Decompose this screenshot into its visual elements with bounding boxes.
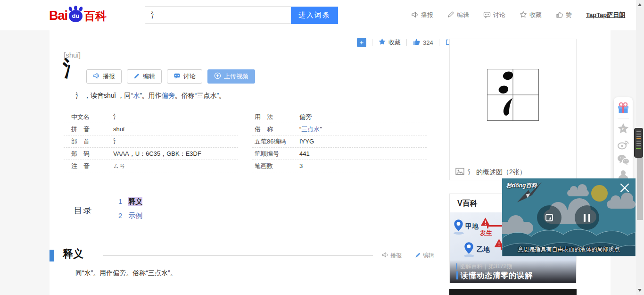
enter-entry-button[interactable]: 进入词条	[291, 7, 338, 24]
toc-item-shili[interactable]: 2示例	[118, 211, 142, 220]
star-filled-icon	[378, 38, 386, 47]
section-tools: 播报 编辑	[382, 252, 434, 260]
play-entry-label: 播报	[103, 72, 115, 81]
infobox-left-column: 中文名氵 拼 音shuǐ 部 首氵 郑 码VAAA，U：6C35，GBK：E3D…	[64, 111, 238, 172]
header-like[interactable]: 赞	[556, 11, 572, 20]
infobox-value: 3	[299, 162, 303, 169]
play-entry-button[interactable]: 播报	[86, 69, 122, 84]
qzone-icon[interactable]: z	[617, 123, 629, 135]
infobox-row: 郑 码VAAA，U：6C35，GBK：E3DF	[64, 148, 238, 160]
close-icon[interactable]	[619, 183, 630, 193]
upload-video-button[interactable]: 上传视频	[207, 69, 255, 84]
infobox-value: 偏旁	[299, 113, 312, 121]
pin-shadow	[464, 254, 474, 257]
overview-caption-text: 氵 的概述图（2张）	[468, 168, 526, 177]
infobox-label: 郑 码	[71, 150, 113, 158]
infobox-value: 441	[299, 150, 310, 157]
event-label: 发生	[480, 229, 492, 237]
overview-caption-link[interactable]: 氵 的概述图（2张）	[455, 168, 526, 177]
infobox-label: 拼 音	[71, 125, 113, 134]
edit-entry-button[interactable]: 编辑	[127, 69, 162, 84]
infobox-row: 用 法偏旁	[252, 111, 427, 123]
section-title: 释义	[63, 247, 83, 261]
cloud-illustration	[607, 200, 636, 209]
section-edit-label: 编辑	[423, 252, 434, 260]
header-broadcast-label: 播报	[421, 11, 433, 19]
pencil-filled-icon	[133, 73, 140, 81]
divider	[439, 39, 439, 46]
header-broadcast[interactable]: 播报	[411, 11, 433, 20]
infobox-value: 氵	[113, 137, 119, 146]
header-discuss[interactable]: 讨论	[483, 11, 505, 20]
like-count: 324	[423, 39, 433, 46]
infobox-label: 五笔86编码	[255, 137, 299, 146]
sun-illustration	[591, 185, 608, 202]
favorite-label: 收藏	[388, 38, 401, 47]
divider	[406, 39, 407, 46]
pin-shadow	[454, 232, 464, 235]
stroke-grid-image[interactable]	[487, 69, 539, 123]
scroll-up-arrow[interactable]	[638, 3, 642, 6]
pencil-icon	[447, 11, 454, 19]
infobox-label: 中文名	[71, 113, 113, 121]
infobox-value: VAAA，U：6C35，GBK：E3DF	[113, 150, 201, 158]
upload-video-label: 上传视频	[224, 72, 248, 81]
scroll-position-marker[interactable]	[634, 128, 643, 158]
divider	[618, 118, 629, 118]
like-button[interactable]: 324	[413, 38, 433, 47]
wechat-icon[interactable]	[617, 154, 630, 165]
infobox-row: 中文名氵	[64, 111, 238, 123]
shui-link[interactable]: 水	[133, 92, 140, 99]
section-edit-button[interactable]: 编辑	[415, 252, 434, 260]
user-link[interactable]: TapTap萨日朗	[586, 11, 625, 19]
overview-image-box: 氵 的概述图（2张）	[449, 39, 577, 180]
infobox-right-column: 用 法偏旁 俗 称“三点水” 五笔86编码IYYG 笔顺编号441 笔画数3	[252, 111, 427, 172]
speaker-icon	[411, 11, 419, 20]
pianpang-link[interactable]: 偏旁	[162, 92, 175, 99]
comment-filled-icon	[173, 72, 181, 81]
theater-mode-button[interactable]	[537, 205, 561, 230]
infobox-value: IYYG	[299, 138, 314, 145]
toc-item-number: 2	[118, 211, 122, 220]
header-favorite[interactable]: 收藏	[520, 11, 542, 20]
share-rail: z	[614, 97, 633, 187]
entry-buttons: 播报 编辑 讨论 上传视频	[86, 69, 255, 84]
infobox-row: 俗 称“三点水”	[252, 123, 427, 135]
page: Bai du 百科 进入词条 播报 编辑 讨论 收藏	[0, 0, 644, 295]
summary-text: 。俗称“三点水”。	[175, 92, 225, 99]
section-body: 同“水”。用作偏旁。俗称“三点水”。	[75, 269, 177, 278]
section-accent-bar	[50, 250, 54, 261]
search-input[interactable]	[145, 7, 291, 24]
next-card-edge	[449, 289, 577, 295]
miaodong-watermark: 秒dǒng百科	[506, 182, 537, 190]
header-favorite-label: 收藏	[529, 11, 542, 19]
comment-icon	[483, 11, 491, 20]
quote-mark: ”	[320, 126, 322, 133]
infobox-row: 笔画数3	[252, 160, 427, 172]
section-play-button[interactable]: 播报	[382, 252, 402, 260]
section-play-label: 播报	[390, 252, 402, 260]
weibo-icon[interactable]	[617, 139, 629, 150]
toc-item-shiyi[interactable]: 1释义	[118, 197, 142, 206]
infobox-row: 注 音ㄙㄢˉ	[64, 160, 238, 172]
toc-item-label: 示例	[128, 211, 142, 220]
pencil-filled-icon	[415, 252, 421, 260]
infobox-label: 部 首	[71, 137, 113, 146]
sandianshui-link[interactable]: 三点水	[301, 126, 320, 133]
favorite-button[interactable]: 收藏	[378, 38, 401, 47]
header-like-label: 赞	[566, 11, 572, 19]
discuss-entry-button[interactable]: 讨论	[167, 69, 202, 84]
discuss-entry-label: 讨论	[183, 72, 196, 81]
video-series-label: 图解百科｜第3172期	[456, 263, 512, 270]
entry-summary: 氵 ，读音shuǐ ，同“水”。用作偏旁。俗称“三点水”。	[75, 92, 225, 100]
add-to-icon[interactable]: +	[357, 38, 366, 47]
header-edit[interactable]: 编辑	[447, 11, 469, 19]
scroll-down-arrow[interactable]	[638, 289, 642, 292]
page-action-bar: + 收藏 324 30	[357, 38, 462, 47]
gift-icon[interactable]	[617, 101, 630, 114]
section-divider	[103, 255, 373, 256]
plus-circle-icon	[214, 72, 221, 81]
baidu-baike-logo[interactable]: Bai du 百科	[49, 6, 107, 23]
thumbs-up-filled-icon	[413, 38, 421, 47]
pause-button[interactable]	[575, 205, 599, 230]
